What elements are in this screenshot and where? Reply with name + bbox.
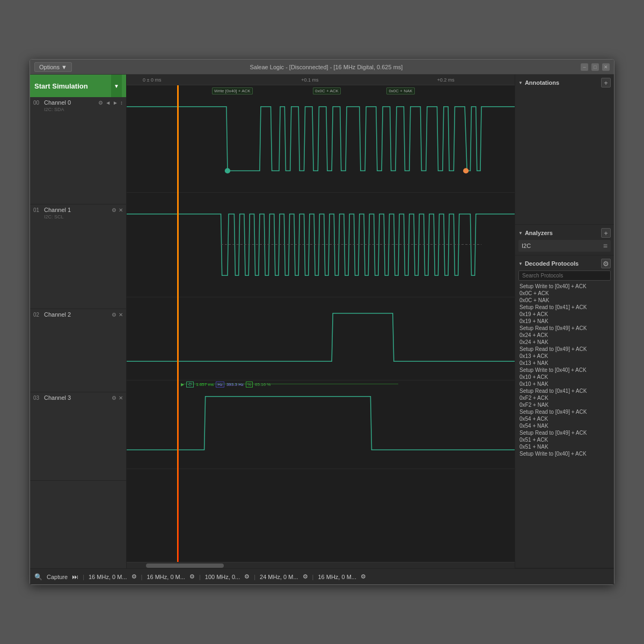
annotations-section: ▼ Annotations + (515, 75, 614, 225)
decoded-list-item[interactable]: 0xF2 + NAK (518, 401, 611, 408)
channel-arrow-right-0[interactable]: ► (113, 100, 118, 106)
decoded-list-item[interactable]: Setup Read to [0x49] + ACK (518, 429, 611, 436)
decoded-list-item[interactable]: Setup Write to [0x40] + ACK (518, 450, 611, 457)
bb-sep-1: | (141, 574, 143, 580)
channel-item-2: 02 Channel 2 ⚙ ✕ (30, 309, 126, 392)
start-sim-label: Start Simulation (34, 82, 88, 90)
window-controls: – □ ✕ (581, 63, 610, 71)
options-button[interactable]: Options ▼ (34, 62, 72, 72)
meas-duty-tag: % (246, 382, 253, 387)
channel-arrow-left-0[interactable]: ◄ (105, 100, 111, 106)
channel-close-1[interactable]: ✕ (119, 207, 123, 213)
channel-header-2: 02 Channel 2 ⚙ ✕ (33, 311, 123, 318)
decoded-list-item[interactable]: 0x13 + ACK (518, 353, 611, 360)
bb-sep-0: | (83, 574, 84, 580)
channel-num-0: 00 (33, 100, 42, 106)
decoded-list-item[interactable]: Setup Write to [0x40] + ACK (518, 283, 611, 290)
decoded-list-item[interactable]: Setup Read to [0x41] + ACK (518, 387, 611, 394)
scrollbar[interactable] (127, 562, 515, 568)
analyzer-i2c-menu[interactable]: ≡ (603, 241, 608, 250)
window-title: Saleae Logic - [Disconnected] - [16 MHz … (72, 64, 581, 70)
channel-item-0: 00 Channel 0 ⚙ ◄ ► ↕ I2C: SDA (30, 97, 126, 204)
annotations-label: Annotations (525, 79, 559, 86)
scrollbar-thumb[interactable] (146, 564, 224, 568)
meas-duty-value: 65.16 % (255, 382, 270, 387)
decoded-list-item[interactable]: 0xF2 + ACK (518, 394, 611, 401)
decoded-list-item[interactable]: 0x24 + ACK (518, 332, 611, 339)
channel-name-2: Channel 2 (44, 311, 109, 318)
decoded-list-item[interactable]: 0x24 + NAK (518, 339, 611, 346)
bb-gear-3[interactable]: ⚙ (303, 573, 308, 580)
channel-num-2: 02 (33, 312, 42, 318)
bottom-bar: 🔍 Capture ⏭ | 16 MHz, 0 M... ⚙ | 16 MHz,… (30, 568, 614, 584)
decoded-list-item[interactable]: Setup Read to [0x49] + ACK (518, 325, 611, 332)
decoded-list-item[interactable]: Setup Read to [0x49] + ACK (518, 408, 611, 415)
channel-header-3: 03 Channel 3 ⚙ ✕ (33, 394, 123, 401)
bb-gear-1[interactable]: ⚙ (189, 573, 195, 580)
channel-expand-0[interactable]: ↕ (120, 100, 123, 106)
channel-num-3: 03 (33, 395, 42, 401)
bb-sep-2: | (199, 574, 201, 580)
channel-close-2[interactable]: ✕ (119, 312, 123, 318)
close-button[interactable]: ✕ (602, 63, 610, 71)
annotations-title: ▼ Annotations (518, 79, 559, 86)
channel-close-3[interactable]: ✕ (119, 395, 123, 401)
capture-label: Capture (47, 574, 68, 580)
decoded-list-item[interactable]: 0x51 + NAK (518, 443, 611, 450)
waveforms-container: Write [0x40] + ACK 0x0C + ACK 0x0C + NAK (127, 85, 515, 562)
waveform-row-2 (127, 297, 515, 380)
channel-gear-3[interactable]: ⚙ (112, 395, 116, 401)
green-dot-1 (225, 168, 230, 173)
annotations-add-button[interactable]: + (601, 78, 611, 87)
time-ruler: 0 ± 0 ms +0.1 ms +0.2 ms (127, 75, 515, 85)
channel-gear-1[interactable]: ⚙ (112, 207, 116, 213)
time-label-0: 0 ± 0 ms (143, 77, 161, 83)
meas-time-value: 1.657 ms (196, 382, 214, 387)
bb-gear-2[interactable]: ⚙ (244, 573, 250, 580)
decoded-list-item[interactable]: 0x0C + ACK (518, 290, 611, 297)
bb-item-1-label: 16 MHz, 0 M... (147, 574, 185, 580)
proto-label-read2: 0x0C + NAK (386, 87, 414, 94)
decoded-list-item[interactable]: 0x54 + NAK (518, 422, 611, 429)
bb-sep-4: | (312, 574, 314, 580)
waveform-svg-1 (127, 193, 515, 297)
analyzers-triangle: ▼ (518, 231, 523, 236)
decoded-list-item[interactable]: 0x10 + NAK (518, 380, 611, 387)
channel-gear-2[interactable]: ⚙ (112, 312, 116, 318)
bb-gear-4[interactable]: ⚙ (361, 573, 366, 580)
decoded-list-item[interactable]: 0x51 + ACK (518, 436, 611, 443)
waveform-row-3: ▶ ⏱ 1.657 ms Hz 393.3 Hz % 65.16 % (127, 380, 515, 469)
maximize-button[interactable]: □ (591, 63, 599, 71)
channel-gear-0[interactable]: ⚙ (98, 100, 103, 106)
start-sim-dropdown[interactable]: ▼ (111, 75, 122, 97)
meas-time-tag: ⏱ (186, 382, 194, 387)
channel-sub-0: I2C: SDA (33, 107, 123, 112)
waveform-svg-3 (127, 380, 515, 469)
start-simulation-button[interactable]: Start Simulation ▼ (30, 75, 126, 97)
bb-gear-0[interactable]: ⚙ (131, 573, 137, 580)
capture-icon: 🔍 (34, 573, 42, 581)
decoded-list-item[interactable]: 0x19 + ACK (518, 311, 611, 318)
decoded-triangle: ▼ (518, 261, 523, 266)
decoded-search-input[interactable] (518, 270, 611, 281)
right-panel: ▼ Annotations + ▼ Analyzers + I2C (515, 75, 614, 568)
decoded-list-item[interactable]: 0x0C + NAK (518, 297, 611, 304)
decoded-list-item[interactable]: 0x10 + ACK (518, 374, 611, 380)
minimize-button[interactable]: – (581, 63, 588, 71)
waveform-row-0: Write [0x40] + ACK 0x0C + ACK 0x0C + NAK (127, 85, 515, 193)
decoded-list-item[interactable]: Setup Write to [0x40] + ACK (518, 367, 611, 374)
decoded-list-item[interactable]: 0x54 + ACK (518, 415, 611, 422)
waveform-row-1 (127, 193, 515, 297)
decoded-list-item[interactable]: 0x13 + NAK (518, 360, 611, 367)
decoded-list: Setup Write to [0x40] + ACK0x0C + ACK0x0… (518, 283, 611, 565)
decoded-list-item[interactable]: 0x19 + NAK (518, 318, 611, 325)
meas-freq-value: 393.3 Hz (226, 382, 244, 387)
waveform-area[interactable]: 0 ± 0 ms +0.1 ms +0.2 ms Write [0x40] + … (127, 75, 515, 568)
channel-num-1: 01 (33, 207, 42, 213)
decoded-protocols-gear[interactable]: ⚙ (601, 259, 611, 268)
decoded-list-item[interactable]: Setup Read to [0x41] + ACK (518, 304, 611, 311)
analyzers-add-button[interactable]: + (601, 228, 611, 238)
app-window: Options ▼ Saleae Logic - [Disconnected] … (30, 59, 614, 585)
fast-forward-icon[interactable]: ⏭ (72, 573, 78, 581)
decoded-list-item[interactable]: Setup Read to [0x49] + ACK (518, 346, 611, 353)
